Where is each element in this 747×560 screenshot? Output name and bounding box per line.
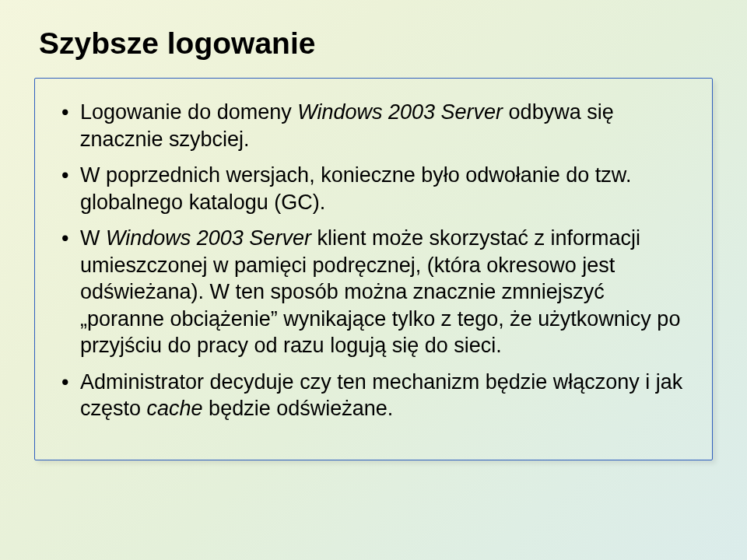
list-item: W Windows 2003 Server klient może skorzy… [58, 225, 689, 359]
bullet-text: będzie odświeżane. [203, 397, 394, 420]
list-item: Logowanie do domeny Windows 2003 Server … [58, 99, 689, 152]
bullet-text: W [80, 226, 106, 250]
bullet-text: Logowanie do domeny [80, 100, 297, 124]
slide: Szybsze logowanie Logowanie do domeny Wi… [0, 0, 747, 560]
bullet-list: Logowanie do domeny Windows 2003 Server … [58, 99, 689, 422]
list-item: Administrator decyduje czy ten mechanizm… [58, 369, 689, 422]
list-item: W poprzednich wersjach, konieczne było o… [58, 162, 689, 215]
bullet-italic: Windows 2003 Server [297, 100, 503, 124]
content-box: Logowanie do domeny Windows 2003 Server … [34, 78, 713, 460]
bullet-italic: Windows 2003 Server [106, 226, 311, 250]
slide-title: Szybsze logowanie [39, 26, 713, 61]
bullet-text: W poprzednich wersjach, konieczne było o… [80, 163, 631, 214]
bullet-italic: cache [147, 397, 203, 420]
